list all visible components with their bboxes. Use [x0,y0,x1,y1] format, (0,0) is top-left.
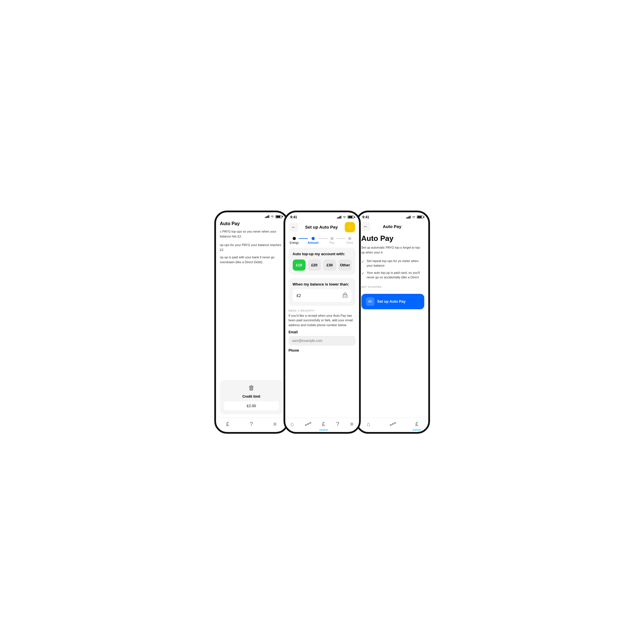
svg-point-2 [305,425,306,426]
left-bottom-nav: £ ? ≡ [216,418,287,432]
payment-icon: £ [415,421,419,427]
step-label-amount: Amount [308,241,319,244]
check-text-2: Your auto top-up is paid card, so you'll… [367,270,424,280]
auto-pay-description: Set up automatic PAYG top-u forget to to… [361,245,424,255]
left-status-bar [216,212,287,219]
top-up-card: Auto top-up my account with: £10 £20 £30… [289,248,356,275]
wifi-icon [342,216,346,219]
right-status-icons [406,215,423,219]
step-dot-energy [293,237,296,240]
payment-icon: £ [226,421,229,427]
back-icon: ← [292,225,296,230]
center-nav-title: Set up Auto Pay [305,225,338,229]
signal-icon [406,216,411,219]
step-label-done: Done [346,241,353,244]
receipt-label: NEED A RECEIPT? [289,309,356,312]
action-button[interactable]: ⚡ [345,222,355,232]
center-nav-home[interactable]: ⌂ [290,421,294,427]
center-time: 9:41 [290,215,297,219]
setup-auto-pay-button[interactable]: ∞ Set up Auto Pay [361,294,424,309]
amount-10-button[interactable]: £10 [293,259,306,271]
amount-30-button[interactable]: £30 [323,259,336,271]
right-nav-bar: ← Auto Pay [357,220,428,234]
credit-label: Credit limit [242,395,260,399]
home-icon: ⌂ [367,421,370,427]
signal-icon [265,215,269,218]
center-status-bar: 9:41 [285,212,359,220]
right-status-bar: 9:41 [357,212,428,220]
svg-point-5 [390,425,391,426]
balance-card: When my balance is lower than: £2 [289,278,356,306]
help-icon: ? [336,421,339,427]
check-item-1: ✓ Set repeat top-ups for yo meter when y… [361,259,424,268]
infinity-symbol: ∞ [368,298,372,304]
right-nav-payment[interactable]: £ [415,421,419,427]
amount-options: £10 £20 £30 Other [293,259,352,271]
svg-point-1 [344,296,345,297]
check-item-2: ✓ Your auto top-up is paid card, so you'… [361,270,424,280]
right-bottom-nav: ⌂ £ [357,418,428,432]
center-nav-help[interactable]: ? [336,421,339,427]
step-dot-pay [330,237,334,240]
right-phone: 9:41 ← Auto Pay [356,211,430,434]
svg-point-4 [310,422,311,423]
center-phone: 9:41 ← Set up Auto Pay [284,211,361,434]
left-nav-menu[interactable]: ≡ [273,421,277,427]
receipt-description: If you'd like a receipt when your Auto P… [289,313,356,328]
get-started-label: GET STARTED [361,286,424,288]
center-nav-menu[interactable]: ≡ [350,421,354,427]
menu-icon: ≡ [273,421,277,427]
scene: Auto Pay c PAYG top-ups so you never whe… [193,193,451,451]
stepper: Energy Amount Pay Done [285,235,359,248]
receipt-section: NEED A RECEIPT? If you'd like a receipt … [289,309,356,354]
left-nav-help[interactable]: ? [250,421,253,427]
step-line-1 [299,238,308,239]
step-done: Done [345,237,354,244]
wifi-icon [270,215,274,218]
center-nav-payment[interactable]: £ [322,421,325,427]
center-status-icons [337,215,354,219]
trash-icon[interactable]: 🗑 [248,384,255,392]
email-input[interactable] [289,336,356,346]
usage-icon [305,421,311,427]
lightning-icon: ⚡ [347,224,353,230]
battery-icon [348,215,354,219]
left-nav-payment[interactable]: £ [226,421,229,427]
step-line-3 [336,238,345,239]
left-sub-text-1: op-ups for your PAYG your balance reache… [220,243,283,253]
checkmark-icon-1: ✓ [361,259,364,265]
step-pay: Pay [328,237,336,244]
payment-icon: £ [322,421,325,427]
center-content: Auto top-up my account with: £10 £20 £30… [285,248,359,418]
center-nav-usage[interactable] [305,421,311,427]
checkmark-icon-2: ✓ [361,271,364,276]
step-amount: Amount [308,237,319,244]
step-dot-amount [312,237,315,240]
menu-icon: ≡ [350,421,354,427]
balance-value: £2 [297,293,301,298]
signal-icon [337,216,341,219]
step-energy: Energy [290,237,299,244]
amount-20-button[interactable]: £20 [308,259,321,271]
balance-card-title: When my balance is lower than: [293,282,352,286]
left-phone: Auto Pay c PAYG top-ups so you never whe… [214,211,289,434]
step-label-pay: Pay [330,241,334,244]
right-content: Auto Pay Set up automatic PAYG top-u for… [357,234,428,418]
credit-value: £2.00 [224,401,279,410]
svg-point-6 [392,423,393,425]
left-nav-bar: Auto Pay [216,219,287,229]
back-button[interactable]: ← [289,223,298,232]
step-label-energy: Energy [290,241,299,244]
right-nav-title: Auto Pay [383,224,401,229]
help-icon: ? [250,421,253,427]
right-nav-home[interactable]: ⌂ [367,421,370,427]
right-nav-usage[interactable] [390,421,396,427]
amount-other-button[interactable]: Other [338,259,352,271]
center-bottom-nav: ⌂ £ ? ≡ [285,418,359,432]
left-body-text-1: c PAYG top-ups so you never when your ba… [220,229,283,239]
center-nav-bar: ← Set up Auto Pay ⚡ [285,220,359,235]
left-page-title: Auto Pay [220,221,240,226]
left-content: c PAYG top-ups so you never when your ba… [216,229,287,418]
right-back-button[interactable]: ← [361,222,370,231]
svg-point-7 [395,422,396,423]
